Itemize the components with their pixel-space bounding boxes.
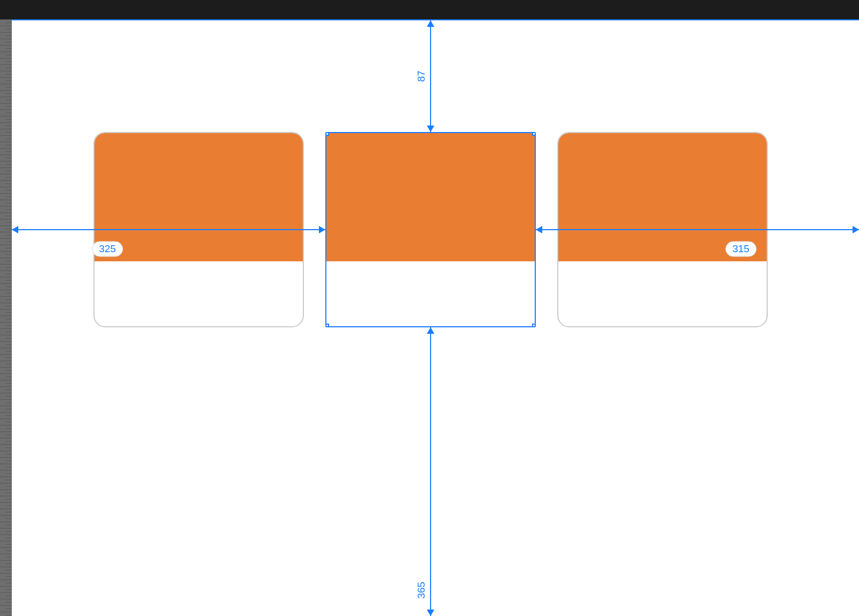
app-top-bar	[0, 0, 859, 19]
selection-handle-tr[interactable]	[532, 132, 536, 136]
measure-left-value: 325	[92, 241, 123, 257]
design-canvas[interactable]: 87 365 325 315	[12, 19, 859, 616]
card-left-fill	[94, 133, 303, 261]
measure-bottom-value: 365	[416, 582, 426, 599]
selection-handle-bl[interactable]	[325, 324, 329, 327]
selection-handle-br[interactable]	[532, 324, 536, 327]
measure-right-value: 315	[725, 241, 756, 257]
selection-handle-tl[interactable]	[325, 132, 329, 136]
card-center-selected[interactable]	[325, 132, 536, 327]
card-center-fill	[326, 133, 535, 261]
card-left[interactable]	[93, 132, 304, 327]
card-right[interactable]	[557, 132, 768, 327]
left-ruler	[0, 19, 12, 616]
measure-top-value: 87	[416, 70, 426, 82]
guide-line-top[interactable]	[12, 19, 859, 20]
